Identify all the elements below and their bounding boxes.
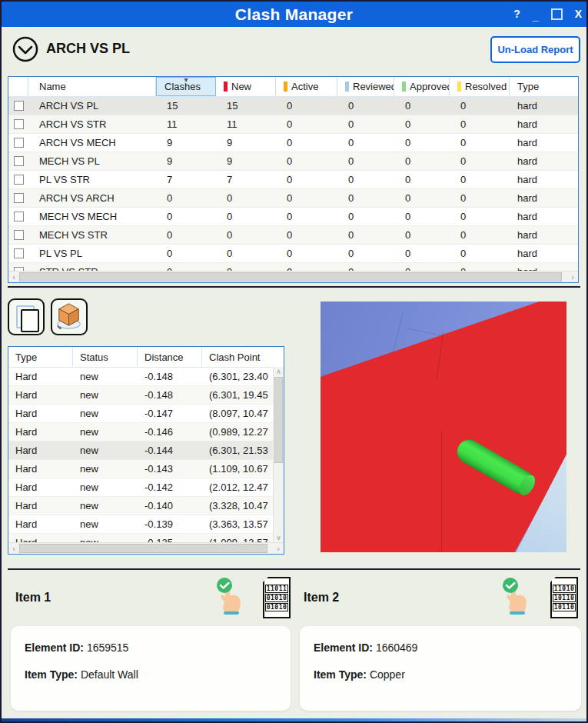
- cell-distance: -0.140: [138, 500, 202, 511]
- row-checkbox[interactable]: [8, 248, 28, 258]
- scroll-left-icon[interactable]: ‹: [8, 272, 19, 282]
- cell-resolved: 0: [450, 155, 510, 167]
- clash-row-mech-vs-pl[interactable]: MECH VS PL990000hard: [8, 152, 578, 171]
- column-header-new[interactable]: New: [216, 77, 276, 96]
- row-checkbox[interactable]: [8, 175, 28, 185]
- clash-row-mech-vs-str[interactable]: MECH VS STR000000hard: [8, 226, 578, 245]
- result-row-7[interactable]: Hardnew-0.142(2.012, 12.47: [8, 478, 284, 497]
- binary-file-icon[interactable]: 11010 10110 10110: [550, 577, 578, 618]
- column-header-status[interactable]: Status: [73, 347, 138, 367]
- result-row-8[interactable]: Hardnew-0.140(3.328, 10.47: [8, 497, 284, 515]
- cell-distance: -0.148: [138, 389, 202, 401]
- clash-row-arch-vs-mech[interactable]: ARCH VS MECH990000hard: [8, 134, 578, 152]
- result-row-4[interactable]: Hardnew-0.146(0.989, 12.27: [8, 423, 284, 441]
- cell-clashes: 0: [156, 248, 216, 259]
- column-header-name[interactable]: Name: [28, 77, 156, 96]
- cell-type: hard: [510, 192, 575, 204]
- cell-clash-point: (2.012, 12.47: [202, 481, 284, 493]
- column-header-approved[interactable]: Approved: [394, 77, 450, 96]
- clash-row-pl-vs-str[interactable]: PL VS STR770000hard: [8, 171, 578, 189]
- column-header-type[interactable]: Type: [8, 347, 73, 367]
- chevron-down-circle-icon[interactable]: [12, 36, 38, 62]
- help-button[interactable]: ?: [513, 2, 520, 27]
- column-header-clash-point[interactable]: Clash Point: [202, 347, 284, 367]
- cell-clashes: 0: [156, 192, 216, 204]
- cell-clash-point: (6.301, 19.45: [202, 389, 284, 401]
- cell-status: new: [73, 500, 138, 511]
- scrollbar-thumb[interactable]: [274, 377, 283, 463]
- maximize-button[interactable]: [551, 8, 563, 20]
- cell-reviewed: 0: [337, 155, 394, 167]
- result-row-1[interactable]: Hardnew-0.148(6.301, 23.40: [8, 368, 284, 386]
- cell-resolved: 0: [450, 248, 510, 259]
- cell-type: hard: [510, 211, 575, 222]
- cell-status: new: [73, 371, 138, 382]
- scrollbar-thumb[interactable]: [19, 544, 267, 553]
- scroll-left-icon[interactable]: ‹: [8, 543, 19, 554]
- result-row-2[interactable]: Hardnew-0.148(6.301, 19.45: [8, 386, 284, 405]
- cell-clash-point: (3.363, 13.57: [202, 518, 284, 530]
- cell-active: 0: [276, 192, 337, 204]
- cell-approved: 0: [394, 248, 450, 259]
- 3d-cube-rotate-icon: [52, 300, 85, 333]
- row-checkbox[interactable]: [8, 101, 28, 111]
- clash-row-mech-vs-mech[interactable]: MECH VS MECH000000hard: [8, 208, 578, 226]
- header-checkbox-column: [8, 77, 28, 96]
- clash-table-body: ARCH VS PL15150000hardARCH VS STR1111000…: [8, 97, 578, 282]
- cell-reviewed: 0: [337, 174, 394, 185]
- resolved-status-color-chip: [457, 82, 461, 92]
- report-header: ARCH VS PL Un-Load Report: [2, 27, 586, 75]
- results-table-horizontal-scrollbar[interactable]: ‹ ›: [8, 542, 284, 554]
- row-checkbox[interactable]: [8, 138, 28, 148]
- unload-report-button[interactable]: Un-Load Report: [490, 36, 580, 63]
- row-checkbox[interactable]: [8, 212, 28, 222]
- result-row-6[interactable]: Hardnew-0.143(1.109, 10.67: [8, 460, 284, 478]
- close-button[interactable]: X: [575, 2, 582, 27]
- 3d-clash-viewport[interactable]: [321, 302, 566, 552]
- cell-type: hard: [510, 137, 575, 148]
- clash-results-table: Type Status Distance Clash Point Hardnew…: [8, 346, 284, 555]
- column-header-active[interactable]: Active: [276, 77, 337, 96]
- cell-type: Hard: [8, 426, 73, 438]
- result-row-9[interactable]: Hardnew-0.139(3.363, 13.57: [8, 515, 284, 534]
- scroll-up-icon[interactable]: ∧: [276, 367, 281, 377]
- cell-active: 0: [276, 118, 337, 130]
- clash-row-pl-vs-pl[interactable]: PL VS PL000000hard: [8, 245, 578, 263]
- clash-row-arch-vs-pl[interactable]: ARCH VS PL15150000hard: [8, 97, 578, 115]
- item2-label: Item 2: [304, 591, 339, 605]
- result-row-5[interactable]: Hardnew-0.144(6.301, 21.53: [8, 441, 284, 460]
- scroll-right-icon[interactable]: ›: [567, 272, 578, 282]
- row-checkbox[interactable]: [8, 230, 28, 240]
- cell-reviewed: 0: [337, 192, 394, 204]
- cell-name: ARCH VS PL: [28, 100, 156, 112]
- scroll-right-icon[interactable]: ›: [273, 543, 284, 554]
- column-header-reviewed[interactable]: Reviewed: [337, 77, 394, 96]
- cell-new: 15: [216, 100, 276, 112]
- cell-distance: -0.144: [138, 445, 202, 456]
- binary-file-icon[interactable]: 11011 01010 01010: [263, 577, 291, 618]
- 2d-view-button[interactable]: [8, 298, 45, 335]
- clash-row-arch-vs-str[interactable]: ARCH VS STR11110000hard: [8, 115, 578, 134]
- clash-table-horizontal-scrollbar[interactable]: ‹ ›: [8, 271, 578, 282]
- cell-status: new: [73, 445, 138, 456]
- select-hand-check-icon[interactable]: [214, 577, 246, 617]
- cell-type: Hard: [8, 445, 73, 456]
- result-row-3[interactable]: Hardnew-0.147(8.097, 10.47: [8, 405, 284, 423]
- column-header-resolved[interactable]: Resolved: [450, 77, 510, 96]
- column-header-type[interactable]: Type: [510, 77, 575, 96]
- cell-new: 7: [216, 174, 276, 185]
- scrollbar-thumb[interactable]: [19, 272, 562, 282]
- title-bar: Clash Manager ? _ X: [2, 2, 586, 27]
- clash-row-arch-vs-arch[interactable]: ARCH VS ARCH000000hard: [8, 189, 578, 208]
- row-checkbox[interactable]: [8, 156, 28, 166]
- row-checkbox[interactable]: [8, 119, 28, 129]
- results-table-vertical-scrollbar[interactable]: ∧ ∨: [273, 367, 284, 543]
- row-checkbox[interactable]: [8, 193, 28, 203]
- item2-details-card: Element ID: 1660469 Item Type: Copper: [300, 626, 581, 711]
- column-header-clashes[interactable]: ▾ Clashes: [156, 77, 216, 96]
- select-hand-check-icon[interactable]: [500, 577, 532, 617]
- cell-distance: -0.146: [138, 426, 202, 438]
- minimize-button[interactable]: _: [533, 4, 539, 29]
- 3d-view-button[interactable]: [51, 298, 88, 335]
- column-header-distance[interactable]: Distance: [138, 347, 202, 367]
